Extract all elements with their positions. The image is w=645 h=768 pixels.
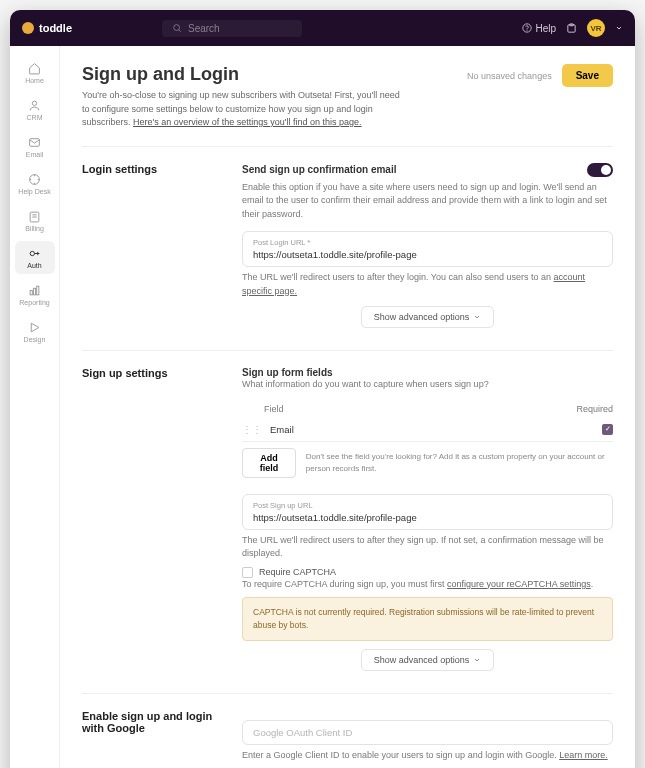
search-input[interactable]: Search [162,20,302,37]
section-title-login: Login settings [82,163,222,329]
sidebar-item-auth[interactable]: Auth [15,241,55,274]
recaptcha-settings-link[interactable]: configure your reCAPTCHA settings [447,579,591,589]
search-placeholder: Search [188,23,220,34]
post-signup-url-input[interactable]: Post Sign up URL https://outseta1.toddle… [242,494,613,530]
brand[interactable]: toddle [22,22,72,34]
reporting-icon [28,283,42,297]
unsaved-status: No unsaved changes [467,71,552,81]
svg-point-0 [174,25,180,31]
svg-point-2 [523,24,531,32]
signup-fields-help: What information do you want to capture … [242,378,613,392]
brand-logo-icon [22,22,34,34]
section-google: Enable sign up and login with Google Goo… [82,710,613,763]
help-icon [522,23,532,33]
require-captcha-checkbox[interactable] [242,567,253,578]
svg-rect-14 [33,288,35,295]
billing-icon [28,209,42,223]
require-captcha-label: Require CAPTCHA [259,567,336,577]
sidebar-item-email[interactable]: Email [15,130,55,163]
section-title-signup: Sign up settings [82,367,222,671]
sidebar-item-billing[interactable]: Billing [15,204,55,237]
design-icon [28,320,42,334]
sidebar: Home CRM Email Help Desk Billing Auth [10,46,60,768]
sidebar-item-helpdesk[interactable]: Help Desk [15,167,55,200]
help-link[interactable]: Help [522,23,556,34]
table-row: ⋮⋮ Email ✓ [242,418,613,441]
chevron-down-icon [473,656,481,664]
col-field: Field [242,404,284,414]
top-bar: toddle Search Help VR [10,10,635,46]
search-icon [172,23,182,33]
sidebar-item-design[interactable]: Design [15,315,55,348]
post-login-help: The URL we'll redirect users to after th… [242,271,613,298]
home-icon [28,61,42,75]
main-content: Sign up and Login You're oh-so-close to … [60,46,635,768]
svg-rect-15 [37,286,39,295]
app-window: toddle Search Help VR Home CRM [10,10,635,768]
signup-fields-header: Sign up form fields [242,367,613,378]
svg-point-6 [32,101,36,105]
login-confirmation-header: Send sign up confirmation email [242,164,396,175]
captcha-help: To require CAPTCHA during sign up, you m… [242,578,613,592]
page-title: Sign up and Login [82,64,402,85]
confirmation-email-toggle[interactable] [587,163,613,177]
post-login-url-input[interactable]: Post Login URL * https://outseta1.toddle… [242,231,613,267]
captcha-warning: CAPTCHA is not currently required. Regis… [242,597,613,641]
brand-name: toddle [39,22,72,34]
show-advanced-login-button[interactable]: Show advanced options [361,306,495,328]
page-desc-link[interactable]: Here's an overview of the settings you'l… [133,117,362,127]
google-client-id-input[interactable]: Google OAuth Client ID [242,720,613,745]
email-icon [28,135,42,149]
required-checkbox[interactable]: ✓ [602,424,613,435]
avatar[interactable]: VR [587,19,605,37]
sidebar-item-home[interactable]: Home [15,56,55,89]
google-help: Enter a Google Client ID to enable your … [242,749,613,763]
add-field-help: Don't see the field you're looking for? … [306,451,613,473]
show-advanced-signup-button[interactable]: Show advanced options [361,649,495,671]
login-help-text: Enable this option if you have a site wh… [242,181,613,222]
drag-handle-icon[interactable]: ⋮⋮ [242,424,262,435]
settings-top-icon[interactable] [566,23,577,34]
google-learn-more-link[interactable]: Learn more. [559,750,608,760]
crm-icon [28,98,42,112]
section-login: Login settings Send sign up confirmation… [82,163,613,329]
chevron-down-icon [473,313,481,321]
divider [82,146,613,147]
col-required: Required [576,404,613,414]
svg-rect-13 [30,290,32,294]
chevron-down-icon[interactable] [615,24,623,32]
save-button[interactable]: Save [562,64,613,87]
section-signup: Sign up settings Sign up form fields Wha… [82,367,613,671]
field-name: Email [270,424,294,435]
auth-icon [28,246,42,260]
sidebar-item-crm[interactable]: CRM [15,93,55,126]
svg-point-12 [30,251,34,255]
divider [82,350,613,351]
page-description: You're oh-so-close to signing up new sub… [82,89,402,130]
svg-marker-16 [31,323,39,332]
sidebar-item-reporting[interactable]: Reporting [15,278,55,311]
section-title-google: Enable sign up and login with Google [82,710,222,763]
svg-line-1 [179,30,181,32]
helpdesk-icon [28,172,42,186]
add-field-button[interactable]: Add field [242,448,296,478]
divider [82,693,613,694]
post-signup-help: The URL we'll redirect users to after th… [242,534,613,561]
